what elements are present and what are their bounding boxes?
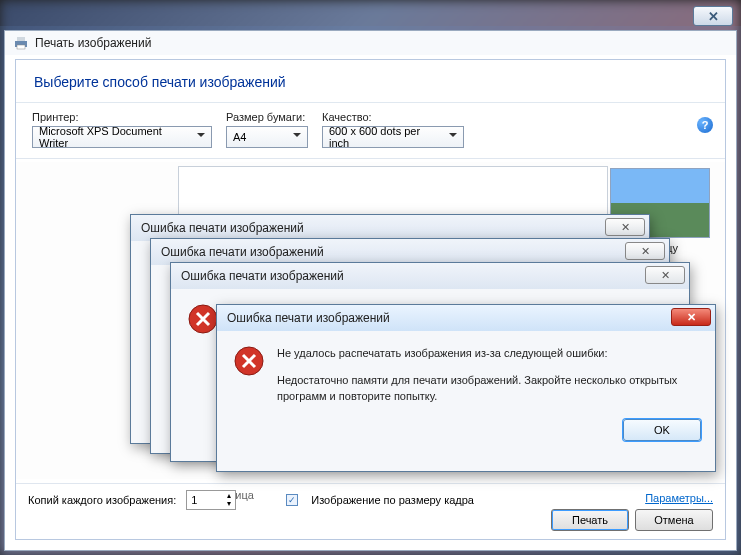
svg-rect-1 bbox=[17, 37, 25, 41]
printer-select[interactable]: Microsoft XPS Document Writer bbox=[32, 126, 212, 148]
error-close-button[interactable]: ✕ bbox=[605, 218, 645, 236]
error-dialog-front: Ошибка печати изображений ✕ Не удалось р… bbox=[216, 304, 716, 472]
page-heading: Выберите способ печати изображений bbox=[16, 60, 725, 103]
svg-rect-2 bbox=[17, 45, 25, 49]
error-dialog-title: Ошибка печати изображений bbox=[141, 221, 304, 235]
error-dialog-titlebar[interactable]: Ошибка печати изображений ✕ bbox=[217, 305, 715, 331]
error-ok-button[interactable]: OK bbox=[623, 419, 701, 441]
error-dialog-titlebar[interactable]: Ошибка печати изображений ✕ bbox=[171, 263, 689, 289]
error-message-heading: Не удалось распечатать изображения из-за… bbox=[277, 345, 699, 362]
error-close-button[interactable]: ✕ bbox=[645, 266, 685, 284]
close-icon: ✕ bbox=[641, 245, 650, 258]
printer-label: Принтер: bbox=[32, 111, 212, 123]
paper-size-select[interactable]: A4 bbox=[226, 126, 308, 148]
close-icon: ✕ bbox=[687, 311, 696, 324]
copies-label: Копий каждого изображения: bbox=[28, 494, 176, 506]
copies-spinner[interactable]: 1 ▴▾ bbox=[186, 490, 236, 510]
error-close-button[interactable]: ✕ bbox=[625, 242, 665, 260]
help-icon[interactable]: ? bbox=[697, 117, 713, 133]
dialog-title: Печать изображений bbox=[35, 36, 151, 50]
error-message-detail: Недостаточно памяти для печати изображен… bbox=[277, 372, 699, 405]
printer-icon bbox=[13, 35, 29, 51]
quality-select[interactable]: 600 x 600 dots per inch bbox=[322, 126, 464, 148]
spinner-arrows-icon: ▴▾ bbox=[227, 492, 231, 508]
error-dialog-body: Не удалось распечатать изображения из-за… bbox=[217, 331, 715, 419]
bg-window-close-button[interactable]: ✕ bbox=[693, 6, 733, 26]
error-dialog-title: Ошибка печати изображений bbox=[227, 311, 390, 325]
cancel-button[interactable]: Отмена bbox=[635, 509, 713, 531]
dialog-footer: Копий каждого изображения: 1 ▴▾ ✓ Изобра… bbox=[16, 483, 725, 539]
print-options-row: Принтер: Microsoft XPS Document Writer Р… bbox=[16, 103, 725, 159]
close-icon: ✕ bbox=[661, 269, 670, 282]
parameters-link[interactable]: Параметры... bbox=[645, 492, 713, 504]
close-icon: ✕ bbox=[708, 9, 719, 24]
close-icon: ✕ bbox=[621, 221, 630, 234]
print-button[interactable]: Печать bbox=[551, 509, 629, 531]
fit-frame-label: Изображение по размеру кадра bbox=[311, 494, 474, 506]
error-close-button[interactable]: ✕ bbox=[671, 308, 711, 326]
error-icon bbox=[187, 303, 219, 335]
fit-frame-checkbox[interactable]: ✓ bbox=[286, 494, 298, 506]
paper-size-label: Размер бумаги: bbox=[226, 111, 308, 123]
error-dialog-title: Ошибка печати изображений bbox=[161, 245, 324, 259]
dialog-titlebar[interactable]: Печать изображений bbox=[5, 31, 736, 55]
error-dialog-title: Ошибка печати изображений bbox=[181, 269, 344, 283]
quality-label: Качество: bbox=[322, 111, 464, 123]
error-icon bbox=[233, 345, 265, 377]
